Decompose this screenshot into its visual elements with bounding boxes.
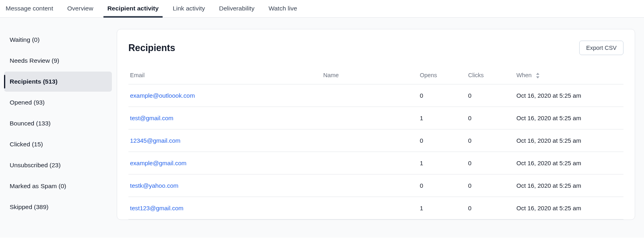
recipient-clicks: 0 <box>466 174 515 197</box>
sidebar-item-bounced[interactable]: Bounced (133) <box>4 113 112 133</box>
column-header-when[interactable]: When <box>515 67 623 84</box>
column-header-name[interactable]: Name <box>322 67 418 84</box>
panel-header: Recipients Export CSV <box>128 41 623 55</box>
sidebar-item-recipients[interactable]: Recipients (513) <box>4 72 112 92</box>
tab-watch-live[interactable]: Watch live <box>267 0 299 17</box>
recipient-opens: 1 <box>418 197 466 220</box>
recipient-when: Oct 16, 2020 at 5:25 am <box>515 197 623 220</box>
recipient-name <box>322 197 418 220</box>
export-csv-button[interactable]: Export CSV <box>579 41 623 55</box>
tab-deliverability[interactable]: Deliverability <box>217 0 256 17</box>
recipient-name <box>322 84 418 107</box>
recipient-clicks: 0 <box>466 107 515 129</box>
main: Recipients Export CSV Email Name Opens C… <box>117 18 644 238</box>
recipient-clicks: 0 <box>466 129 515 152</box>
recipient-email-link[interactable]: testk@yahoo.com <box>130 182 178 189</box>
recipient-when: Oct 16, 2020 at 5:25 am <box>515 174 623 197</box>
panel-title: Recipients <box>128 43 175 53</box>
table-row: example@gmail.com10Oct 16, 2020 at 5:25 … <box>128 152 623 174</box>
recipient-clicks: 0 <box>466 152 515 174</box>
tab-overview[interactable]: Overview <box>66 0 95 17</box>
recipient-email-link[interactable]: example@outloook.com <box>130 92 195 99</box>
recipient-name <box>322 174 418 197</box>
tab-link-activity[interactable]: Link activity <box>171 0 206 17</box>
recipients-panel: Recipients Export CSV Email Name Opens C… <box>117 29 635 220</box>
recipient-email-link[interactable]: 12345@gmail.com <box>130 137 180 144</box>
recipient-opens: 1 <box>418 152 466 174</box>
sidebar-item-unsubscribed[interactable]: Unsubscribed (23) <box>4 155 112 175</box>
recipient-name <box>322 107 418 129</box>
sort-icon <box>536 73 540 78</box>
column-header-email[interactable]: Email <box>128 67 322 84</box>
column-header-clicks[interactable]: Clicks <box>466 67 515 84</box>
tab-message-content[interactable]: Message content <box>4 0 55 17</box>
recipient-opens: 1 <box>418 107 466 129</box>
recipient-when: Oct 16, 2020 at 5:25 am <box>515 107 623 129</box>
content-area: Waiting (0)Needs Review (9)Recipients (5… <box>0 18 644 238</box>
sidebar-item-skipped[interactable]: Skipped (389) <box>4 197 112 217</box>
table-row: example@outloook.com00Oct 16, 2020 at 5:… <box>128 84 623 107</box>
recipient-opens: 0 <box>418 129 466 152</box>
sidebar-item-opened[interactable]: Opened (93) <box>4 92 112 113</box>
column-header-opens[interactable]: Opens <box>418 67 466 84</box>
recipient-when: Oct 16, 2020 at 5:25 am <box>515 152 623 174</box>
recipient-name <box>322 129 418 152</box>
table-row: test@gmail.com10Oct 16, 2020 at 5:25 am <box>128 107 623 129</box>
recipient-clicks: 0 <box>466 197 515 220</box>
recipient-opens: 0 <box>418 174 466 197</box>
sidebar-item-marked-as-spam[interactable]: Marked as Spam (0) <box>4 176 112 196</box>
table-row: testk@yahoo.com00Oct 16, 2020 at 5:25 am <box>128 174 623 197</box>
sidebar: Waiting (0)Needs Review (9)Recipients (5… <box>0 18 117 238</box>
table-header-row: Email Name Opens Clicks When <box>128 67 623 84</box>
table-row: test123@gmail.com10Oct 16, 2020 at 5:25 … <box>128 197 623 220</box>
sidebar-item-waiting[interactable]: Waiting (0) <box>4 30 112 50</box>
column-header-when-label: When <box>516 72 532 78</box>
top-tabs: Message contentOverviewRecipient activit… <box>0 0 644 18</box>
recipient-opens: 0 <box>418 84 466 107</box>
recipient-name <box>322 152 418 174</box>
recipient-when: Oct 16, 2020 at 5:25 am <box>515 84 623 107</box>
sidebar-item-clicked[interactable]: Clicked (15) <box>4 134 112 154</box>
tab-recipient-activity[interactable]: Recipient activity <box>106 0 161 17</box>
recipient-when: Oct 16, 2020 at 5:25 am <box>515 129 623 152</box>
recipient-email-link[interactable]: test@gmail.com <box>130 115 173 121</box>
recipient-email-link[interactable]: example@gmail.com <box>130 160 186 166</box>
recipient-email-link[interactable]: test123@gmail.com <box>130 205 184 211</box>
recipients-table: Email Name Opens Clicks When <box>128 67 623 220</box>
recipient-clicks: 0 <box>466 84 515 107</box>
table-row: 12345@gmail.com00Oct 16, 2020 at 5:25 am <box>128 129 623 152</box>
sidebar-item-needs-review[interactable]: Needs Review (9) <box>4 51 112 71</box>
